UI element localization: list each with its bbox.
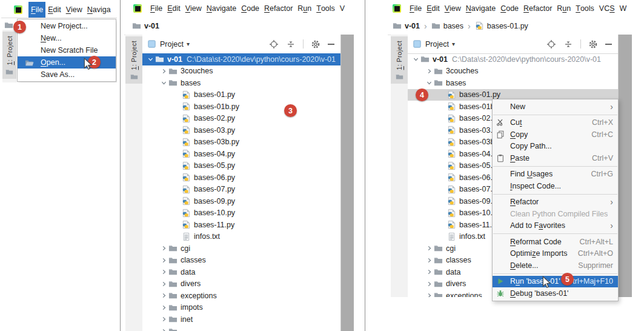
tree-row-bases-07-py[interactable]: bases-07.py <box>142 184 340 196</box>
tree-row-inet[interactable]: inet <box>142 313 340 326</box>
context-item-paste[interactable]: PasteCtrl+V <box>493 152 618 164</box>
menu-tools[interactable]: Tools <box>573 0 597 17</box>
chevron-down-icon[interactable]: ▾ <box>452 41 455 47</box>
file-menu-item-new-scratch-file[interactable]: New Scratch File <box>18 44 116 56</box>
python-icon <box>182 209 191 218</box>
tree-row-exceptions[interactable]: exceptions <box>142 290 340 302</box>
tree-row-bases[interactable]: bases <box>142 77 340 89</box>
menu-code[interactable]: Code <box>239 0 262 17</box>
tree-row-bases-02-py[interactable]: bases-02.py <box>142 113 340 125</box>
run-icon <box>496 277 510 286</box>
tree-row-impots[interactable]: impots <box>142 302 340 314</box>
menu-refactor[interactable]: Refactor <box>521 0 554 17</box>
chevron-right-icon <box>424 245 434 252</box>
tree-row-bases-01b-py[interactable]: bases-01b.py <box>142 101 340 113</box>
locate-file-button[interactable] <box>546 39 556 49</box>
menu-tools[interactable]: Tools <box>314 0 337 17</box>
context-item-clean-python-compiled-files[interactable]: Clean Python Compiled Files <box>493 208 618 220</box>
hide-panel-button[interactable] <box>328 44 334 45</box>
tree-row-bases-09-py[interactable]: bases-09.py <box>142 195 340 207</box>
tree-row-bases-03-py[interactable]: bases-03.py <box>142 124 340 136</box>
tree-row-3couches[interactable]: 3couches <box>408 65 618 78</box>
menu-edit[interactable]: Edit <box>424 0 442 17</box>
context-item-delete[interactable]: Delete...Supprimer <box>493 259 618 272</box>
menu-file[interactable]: File <box>28 2 45 18</box>
copy-icon <box>496 130 510 139</box>
breadcrumb-item-bases[interactable]: bases <box>431 21 463 30</box>
tree-row-infos-txt[interactable]: infos.txt <box>142 231 340 243</box>
context-item-new[interactable]: New› <box>493 101 618 113</box>
tool-stripe-tab-project[interactable]: 1: Project <box>125 36 142 84</box>
context-item-copy[interactable]: CopyCtrl+C <box>493 129 618 141</box>
menu-w[interactable]: W <box>617 0 629 17</box>
folder-icon <box>434 67 443 76</box>
hide-panel-button[interactable] <box>605 44 612 45</box>
menu-edit[interactable]: Edit <box>45 2 64 18</box>
file-menu-item-save-as[interactable]: Save As... <box>18 69 116 81</box>
menu-v[interactable]: V <box>337 0 347 17</box>
breadcrumb-item-bases-01-py[interactable]: bases-01.py <box>475 21 528 30</box>
menu-naviga[interactable]: Naviga <box>85 2 113 18</box>
context-item-copy-path[interactable]: Copy Path... <box>493 141 618 153</box>
menu-view[interactable]: View <box>64 2 85 18</box>
context-item-run-bases-01[interactable]: Run 'bases-01'Ctrl+Maj+F10 <box>493 276 618 288</box>
context-item-find-usages[interactable]: Find UsagesCtrl+G <box>493 169 618 181</box>
settings-gear-button[interactable] <box>311 39 320 49</box>
context-menu-separator <box>493 194 617 195</box>
tree-row-bases-04-py[interactable]: bases-04.py <box>142 148 340 160</box>
project-panel-title[interactable]: Project <box>160 40 184 48</box>
tree-row-bases-11-py[interactable]: bases-11.py <box>142 219 340 231</box>
menu-navigate[interactable]: Navigate <box>463 0 498 17</box>
menu-view[interactable]: View <box>442 0 463 17</box>
menu-file[interactable]: File <box>407 0 424 17</box>
context-item-reformat-code[interactable]: Reformat CodeCtrl+Alt+L <box>493 236 618 248</box>
file-menu-item-new[interactable]: New... <box>18 32 116 44</box>
file-menu-item-new-project[interactable]: New Project... <box>18 20 116 32</box>
menu-edit[interactable]: Edit <box>165 0 183 17</box>
tool-stripe-tab-label: 1: Project <box>130 41 138 70</box>
menu-view[interactable]: View <box>183 0 204 17</box>
tree-row-cgi[interactable]: cgi <box>142 242 340 255</box>
menu-refactor[interactable]: Refactor <box>262 0 295 17</box>
tree-row-v-01[interactable]: v-01C:\Data\st-2020\dev\python\cours-202… <box>408 53 618 65</box>
context-item-optimize-imports[interactable]: Optimize ImportsCtrl+Alt+O <box>493 248 618 260</box>
tree-row-v-01[interactable]: v-01C:\Data\st-2020\dev\python\cours-202… <box>142 53 340 65</box>
collapse-all-button[interactable] <box>563 39 573 49</box>
tree-row-bases-01-py[interactable]: bases-01.py <box>142 89 340 101</box>
tool-stripe-tab-project[interactable]: 1: Project <box>391 36 408 84</box>
project-panel-title[interactable]: Project <box>425 40 449 48</box>
python-icon <box>447 149 456 158</box>
collapse-all-button[interactable] <box>286 39 296 49</box>
context-item-cut[interactable]: CutCtrl+X <box>493 117 618 129</box>
menu-navigate[interactable]: Navigate <box>204 0 239 17</box>
tree-row-bases-10-py[interactable]: bases-10.py <box>142 207 340 219</box>
menu-file[interactable]: File <box>148 0 165 17</box>
context-item-inspect-code[interactable]: Inspect Code... <box>493 180 618 192</box>
python-icon <box>475 21 484 30</box>
tree-row-3couches[interactable]: 3couches <box>142 65 340 78</box>
debug-icon <box>496 289 510 298</box>
python-icon <box>447 185 456 194</box>
menu-run[interactable]: Run <box>295 0 314 17</box>
menu-vcs[interactable]: VCS <box>597 0 617 17</box>
tool-stripe-tab-project[interactable]: 1: Project <box>2 32 16 79</box>
menu-code[interactable]: Code <box>498 0 521 17</box>
menu-run[interactable]: Run <box>554 0 573 17</box>
tree-row-divers[interactable]: divers <box>142 278 340 290</box>
chevron-down-icon[interactable]: ▾ <box>187 41 190 47</box>
context-item-debug-bases-01[interactable]: Debug 'bases-01' <box>493 287 618 299</box>
file-menu-item-open[interactable]: Open... <box>18 56 116 69</box>
tree-row-bases[interactable]: bases <box>408 77 618 89</box>
context-item-refactor[interactable]: Refactor› <box>493 196 618 209</box>
tree-row-bases-05-py[interactable]: bases-05.py <box>142 160 340 172</box>
tree-row-partial[interactable] <box>142 326 340 331</box>
settings-gear-button[interactable] <box>588 39 598 49</box>
tree-row-classes[interactable]: classes <box>142 255 340 267</box>
tree-row-bases-06-py[interactable]: bases-06.py <box>142 172 340 184</box>
locate-file-button[interactable] <box>269 39 279 49</box>
tree-row-bases-03b-py[interactable]: bases-03b.py <box>142 136 340 149</box>
context-item-add-to-favorites[interactable]: Add to Favorites› <box>493 220 618 232</box>
breadcrumb-item-v-01[interactable]: v-01 <box>393 21 420 30</box>
tree-row-data[interactable]: data <box>142 266 340 278</box>
breadcrumb-item-v-01[interactable]: v-01 <box>132 21 159 30</box>
